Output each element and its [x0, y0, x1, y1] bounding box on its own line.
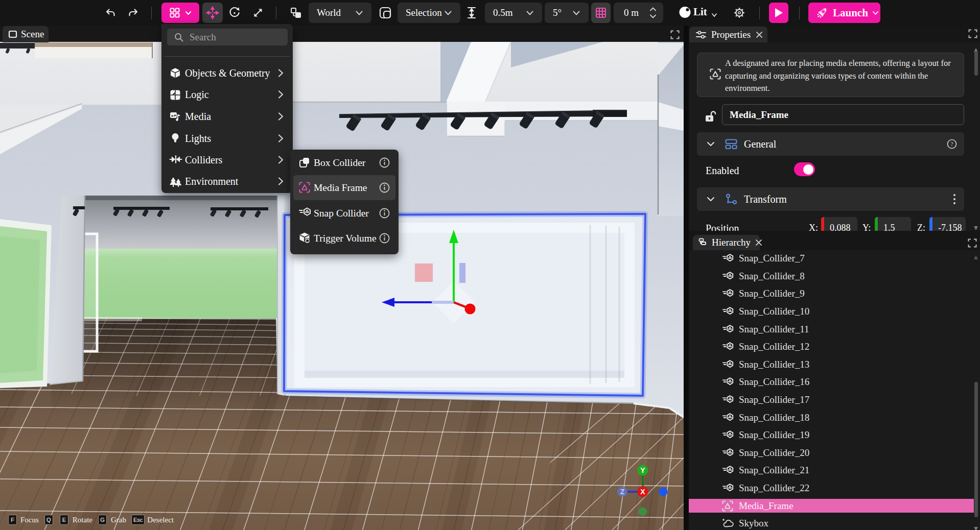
svg-text:X: X [640, 488, 645, 496]
svg-text:Z: Z [620, 488, 625, 496]
svg-text:Y: Y [640, 466, 645, 474]
svg-text:?: ? [950, 141, 953, 147]
